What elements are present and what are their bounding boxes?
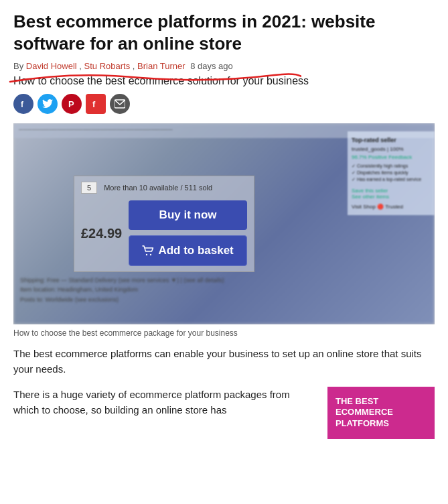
svg-point-5 bbox=[150, 254, 151, 255]
article-subtitle: How to choose the best ecommerce solutio… bbox=[13, 75, 435, 87]
product-avail-text: More than 10 available / 511 sold bbox=[104, 184, 212, 192]
article-title: Best ecommerce platforms in 2021: websit… bbox=[13, 11, 435, 54]
byline-prefix: By bbox=[13, 61, 26, 71]
flipboard-share-button[interactable]: f bbox=[86, 94, 106, 114]
author-brian[interactable]: Brian Turner bbox=[137, 61, 185, 71]
article-body: The best ecommerce platforms can enable … bbox=[13, 346, 435, 418]
top-rated-panel: Top-rated seller trusted_goods | 100% 96… bbox=[348, 131, 435, 215]
article-container: Best ecommerce platforms in 2021: websit… bbox=[0, 0, 448, 438]
body-paragraph-1: The best ecommerce platforms can enable … bbox=[13, 346, 435, 377]
basket-icon bbox=[142, 245, 154, 256]
add-to-basket-button[interactable]: Add to basket bbox=[129, 235, 247, 266]
buy-now-button[interactable]: Buy it now bbox=[129, 200, 247, 230]
facebook-share-button[interactable]: f bbox=[13, 94, 33, 114]
pinterest-share-button[interactable]: P bbox=[62, 94, 82, 114]
product-qty: 5 bbox=[81, 182, 97, 194]
svg-text:f: f bbox=[92, 99, 96, 109]
hero-image: ──────────────────────────────────── 5 M… bbox=[13, 123, 435, 324]
product-widget: 5 More than 10 available / 511 sold £24.… bbox=[74, 176, 254, 272]
email-share-button[interactable] bbox=[110, 94, 130, 114]
svg-text:P: P bbox=[68, 99, 74, 109]
svg-text:f: f bbox=[21, 100, 24, 109]
product-action-row: £24.99 Buy it now Add to basket bbox=[81, 200, 247, 266]
hero-caption: How to choose the best ecommerce package… bbox=[13, 328, 435, 338]
body-paragraph-2-wrap: THE BEST ECOMMERCE PLATFORMS There is a … bbox=[13, 387, 435, 418]
product-availability: 5 More than 10 available / 511 sold bbox=[81, 182, 247, 194]
best-ecommerce-box[interactable]: THE BEST ECOMMERCE PLATFORMS bbox=[327, 387, 435, 440]
byline-sep1: , bbox=[77, 61, 84, 71]
byline: By David Howell , Stu Robarts , Brian Tu… bbox=[13, 61, 435, 71]
product-price: £24.99 bbox=[81, 226, 122, 241]
author-stu[interactable]: Stu Robarts bbox=[84, 61, 131, 71]
byline-time: 8 days ago bbox=[188, 61, 233, 71]
twitter-share-button[interactable] bbox=[38, 94, 58, 114]
product-panel: 5 More than 10 available / 511 sold £24.… bbox=[74, 176, 254, 272]
author-david[interactable]: David Howell bbox=[26, 61, 77, 71]
add-basket-label: Add to basket bbox=[158, 244, 233, 257]
byline-sep2: , bbox=[130, 61, 137, 71]
product-buttons: Buy it now Add to basket bbox=[129, 200, 247, 266]
svg-point-4 bbox=[146, 254, 147, 255]
social-icons-bar: f P f bbox=[13, 94, 435, 114]
delivery-info: Shipping: Free — Standard Delivery (see … bbox=[20, 275, 224, 304]
